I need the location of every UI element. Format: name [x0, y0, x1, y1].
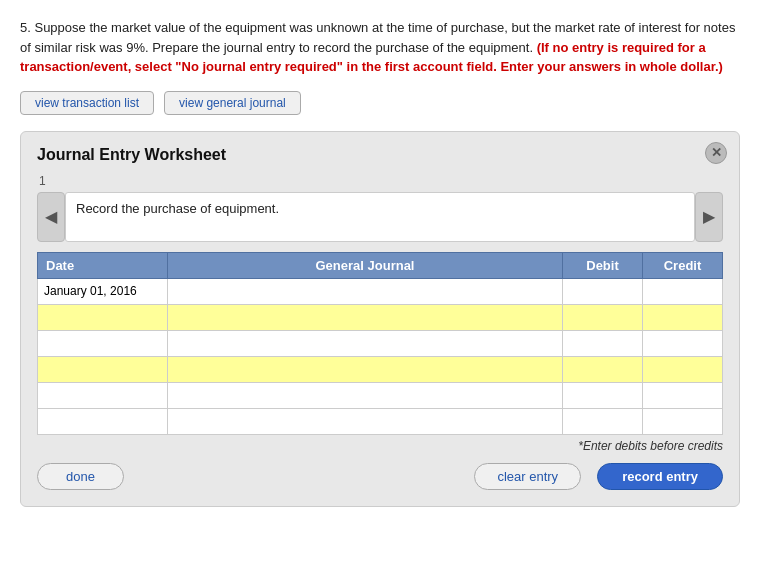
credit-input[interactable]: [643, 357, 722, 382]
date-input[interactable]: [38, 305, 167, 330]
credit-input[interactable]: [643, 409, 722, 434]
journal-cell[interactable]: [168, 408, 563, 434]
credit-cell[interactable]: [643, 382, 723, 408]
description-text: Record the purchase of equipment.: [76, 201, 279, 216]
prev-arrow-button[interactable]: ◀: [37, 192, 65, 242]
debit-cell[interactable]: [563, 304, 643, 330]
top-buttons-row: view transaction list view general journ…: [20, 91, 740, 115]
journal-cell[interactable]: [168, 330, 563, 356]
next-arrow-button[interactable]: ▶: [695, 192, 723, 242]
debit-input[interactable]: [563, 279, 642, 304]
journal-cell[interactable]: [168, 382, 563, 408]
done-button[interactable]: done: [37, 463, 124, 490]
debit-input[interactable]: [563, 383, 642, 408]
question-text: 5. Suppose the market value of the equip…: [20, 18, 740, 77]
record-entry-button[interactable]: record entry: [597, 463, 723, 490]
journal-input[interactable]: [168, 409, 562, 434]
col-header-debit: Debit: [563, 252, 643, 278]
credit-cell[interactable]: [643, 278, 723, 304]
page-number: 1: [39, 174, 723, 188]
journal-cell[interactable]: [168, 304, 563, 330]
journal-cell[interactable]: [168, 278, 563, 304]
table-row: [38, 408, 723, 434]
date-cell[interactable]: [38, 408, 168, 434]
debit-cell[interactable]: [563, 408, 643, 434]
debit-cell[interactable]: [563, 330, 643, 356]
debit-cell[interactable]: [563, 356, 643, 382]
journal-entry-worksheet: ✕ Journal Entry Worksheet 1 ◀ Record the…: [20, 131, 740, 507]
description-box: Record the purchase of equipment.: [65, 192, 695, 242]
close-button[interactable]: ✕: [705, 142, 727, 164]
col-header-credit: Credit: [643, 252, 723, 278]
view-general-journal-button[interactable]: view general journal: [164, 91, 301, 115]
table-row: [38, 330, 723, 356]
date-input[interactable]: [38, 409, 167, 434]
credit-cell[interactable]: [643, 330, 723, 356]
date-input[interactable]: [38, 331, 167, 356]
journal-table: Date General Journal Debit Credit: [37, 252, 723, 435]
hint-text: *Enter debits before credits: [37, 439, 723, 453]
date-input[interactable]: [38, 279, 167, 304]
col-header-general-journal: General Journal: [168, 252, 563, 278]
table-row: [38, 356, 723, 382]
debit-input[interactable]: [563, 331, 642, 356]
description-nav-row: ◀ Record the purchase of equipment. ▶: [37, 192, 723, 242]
date-cell[interactable]: [38, 278, 168, 304]
credit-cell[interactable]: [643, 304, 723, 330]
debit-cell[interactable]: [563, 382, 643, 408]
journal-input[interactable]: [168, 357, 562, 382]
date-input[interactable]: [38, 357, 167, 382]
credit-input[interactable]: [643, 305, 722, 330]
credit-input[interactable]: [643, 383, 722, 408]
date-cell[interactable]: [38, 330, 168, 356]
credit-cell[interactable]: [643, 356, 723, 382]
journal-input[interactable]: [168, 383, 562, 408]
table-row: [38, 304, 723, 330]
col-header-date: Date: [38, 252, 168, 278]
date-cell[interactable]: [38, 382, 168, 408]
debit-input[interactable]: [563, 409, 642, 434]
table-row: [38, 382, 723, 408]
date-cell[interactable]: [38, 356, 168, 382]
journal-input[interactable]: [168, 305, 562, 330]
clear-entry-button[interactable]: clear entry: [474, 463, 581, 490]
journal-input[interactable]: [168, 279, 562, 304]
journal-input[interactable]: [168, 331, 562, 356]
debit-input[interactable]: [563, 305, 642, 330]
debit-cell[interactable]: [563, 278, 643, 304]
credit-input[interactable]: [643, 279, 722, 304]
date-input[interactable]: [38, 383, 167, 408]
worksheet-title: Journal Entry Worksheet: [37, 146, 723, 164]
bottom-buttons-row: done clear entry record entry: [37, 463, 723, 490]
credit-input[interactable]: [643, 331, 722, 356]
journal-cell[interactable]: [168, 356, 563, 382]
credit-cell[interactable]: [643, 408, 723, 434]
debit-input[interactable]: [563, 357, 642, 382]
date-cell[interactable]: [38, 304, 168, 330]
view-transaction-list-button[interactable]: view transaction list: [20, 91, 154, 115]
question-number: 5.: [20, 20, 31, 35]
table-row: [38, 278, 723, 304]
